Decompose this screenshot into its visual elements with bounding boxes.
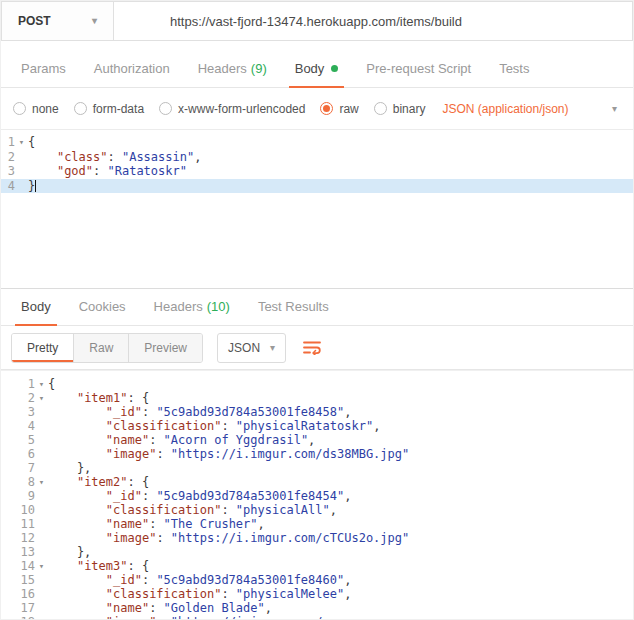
radio-icon (13, 102, 26, 115)
code-line: 13 }, (1, 545, 633, 559)
code-text: { (28, 135, 633, 150)
fold-arrow-icon[interactable]: ▾ (35, 377, 48, 391)
code-line: 11 "name": "The Crusher", (1, 517, 633, 531)
method-select[interactable]: POST ▾ (2, 2, 114, 40)
radio-icon (374, 102, 387, 115)
view-mode-pretty[interactable]: Pretty (12, 334, 74, 362)
code-line: 5 "name": "Acorn of Yggdrasil", (1, 433, 633, 447)
line-number: 11 (1, 517, 35, 531)
url-input[interactable]: https://vast-fjord-13474.herokuapp.com/i… (114, 2, 632, 40)
code-text: "classification": "physicalAll", (48, 503, 633, 517)
body-mode-row: noneform-datax-www-form-urlencodedrawbin… (1, 88, 633, 130)
response-format-select[interactable]: JSON ▾ (217, 333, 286, 363)
green-dot-icon (331, 65, 338, 72)
response-body-viewer[interactable]: 1▾{2▾ "item1": {3 "_id": "5c9abd93d784a5… (1, 370, 633, 620)
view-mode-preview[interactable]: Preview (129, 334, 202, 362)
tab-headers[interactable]: Headers(10) (140, 289, 244, 325)
text-cursor (35, 180, 36, 192)
fold-spacer (35, 615, 48, 620)
body-mode-label: binary (393, 102, 426, 116)
body-mode-none[interactable]: none (13, 102, 59, 116)
postman-app-window: POST ▾ https://vast-fjord-13474.herokuap… (0, 0, 634, 620)
tab-label: Cookies (79, 299, 126, 314)
fold-spacer (35, 601, 48, 615)
line-gutter: 18 (1, 615, 48, 620)
fold-spacer (35, 447, 48, 461)
fold-spacer (35, 545, 48, 559)
tab-label: Pre-request Script (366, 61, 471, 76)
tab-count-badge: (9) (251, 61, 267, 76)
code-line: 14▾ "item3": { (1, 559, 633, 573)
line-gutter: 4 (1, 419, 48, 433)
code-line: 12 "image": "https://i.imgur.com/cTCUs2o… (1, 531, 633, 545)
code-text: "_id": "5c9abd93d784a53001fe8460", (48, 573, 633, 587)
line-number: 15 (1, 573, 35, 587)
code-line: 3 "god": "Ratatoskr" (1, 164, 633, 179)
view-mode-label: Raw (89, 341, 113, 355)
view-mode-label: Pretty (27, 341, 58, 355)
line-gutter: 3 (1, 405, 48, 419)
tab-label: Tests (499, 61, 529, 76)
tab-body[interactable]: Body (7, 289, 65, 325)
line-number: 8 (1, 475, 35, 489)
radio-icon (74, 102, 87, 115)
tab-label: Params (21, 61, 66, 76)
view-mode-label: Preview (144, 341, 187, 355)
code-text: "_id": "5c9abd93d784a53001fe8458", (48, 405, 633, 419)
fold-spacer (35, 461, 48, 475)
tab-params[interactable]: Params (7, 51, 80, 87)
line-number: 2 (1, 391, 35, 405)
body-mode-x-www-form-urlencoded[interactable]: x-www-form-urlencoded (159, 102, 305, 116)
fold-spacer (35, 517, 48, 531)
code-line: 18 "image": "https://i.imgur.com/ (1, 615, 633, 620)
code-line: 15 "_id": "5c9abd93d784a53001fe8460", (1, 573, 633, 587)
wrap-text-icon[interactable] (302, 340, 322, 355)
fold-arrow-icon[interactable]: ▾ (15, 135, 28, 150)
fold-arrow-icon[interactable]: ▾ (35, 475, 48, 489)
line-number: 10 (1, 503, 35, 517)
fold-spacer (35, 489, 48, 503)
code-text: "god": "Ratatoskr" (28, 164, 633, 179)
tab-test-results[interactable]: Test Results (244, 289, 343, 325)
body-mode-label: x-www-form-urlencoded (178, 102, 305, 116)
response-tabs: BodyCookiesHeaders(10)Test Results (1, 289, 633, 326)
tab-tests[interactable]: Tests (485, 51, 543, 87)
line-gutter: 10 (1, 503, 48, 517)
body-mode-raw[interactable]: raw (320, 102, 358, 116)
line-gutter: 11 (1, 517, 48, 531)
code-text: }, (48, 545, 633, 559)
radio-icon (159, 102, 172, 115)
code-line: 1▾{ (1, 377, 633, 391)
tab-pre-request-script[interactable]: Pre-request Script (352, 51, 485, 87)
content-type-select[interactable]: JSON (application/json)▾ (442, 102, 621, 116)
body-mode-binary[interactable]: binary (374, 102, 426, 116)
tab-label: Headers (198, 61, 247, 76)
fold-arrow-icon[interactable]: ▾ (35, 559, 48, 573)
tab-authorization[interactable]: Authorization (80, 51, 184, 87)
body-mode-form-data[interactable]: form-data (74, 102, 144, 116)
code-line: 2 "class": "Assassin", (1, 150, 633, 165)
tab-label: Body (21, 299, 51, 314)
fold-spacer (15, 179, 28, 194)
view-mode-raw[interactable]: Raw (74, 334, 129, 362)
response-toolbar: PrettyRawPreview JSON ▾ (1, 326, 633, 370)
code-line: 16 "classification": "physicalMelee", (1, 587, 633, 601)
tab-label: Body (295, 61, 325, 76)
method-label: POST (18, 14, 51, 28)
line-number: 5 (1, 433, 35, 447)
tab-body[interactable]: Body (281, 51, 353, 87)
tab-headers[interactable]: Headers(9) (184, 51, 281, 87)
line-gutter: 7 (1, 461, 48, 475)
code-line: 6 "image": "https://i.imgur.com/ds38MBG.… (1, 447, 633, 461)
line-number: 17 (1, 601, 35, 615)
code-line: 1▾{ (1, 135, 633, 150)
tab-cookies[interactable]: Cookies (65, 289, 140, 325)
line-gutter: 1▾ (1, 377, 48, 391)
fold-spacer (35, 405, 48, 419)
line-number: 6 (1, 447, 35, 461)
request-body-editor[interactable]: 1▾{2 "class": "Assassin",3 "god": "Ratat… (1, 130, 633, 289)
line-gutter: 4 (1, 179, 28, 194)
fold-arrow-icon[interactable]: ▾ (35, 391, 48, 405)
code-line: 4 "classification": "physicalRatatoskr", (1, 419, 633, 433)
code-line: 2▾ "item1": { (1, 391, 633, 405)
